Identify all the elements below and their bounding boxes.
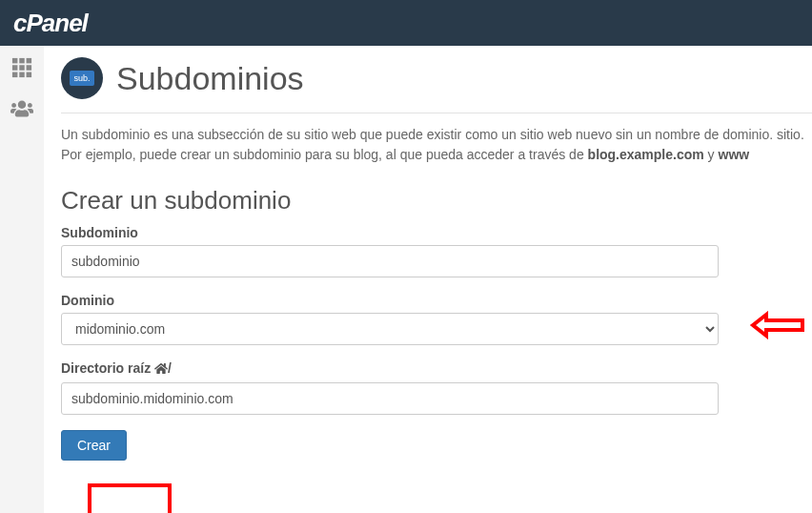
- main-content: sub. Subdominios Un subdominio es una su…: [44, 46, 812, 513]
- svg-rect-3: [12, 65, 17, 71]
- domain-label: Dominio: [61, 293, 812, 308]
- brand-logo: cPanel: [13, 9, 88, 38]
- home-icon: [154, 362, 168, 378]
- description-example-1: blog.example.com: [588, 147, 704, 162]
- description-example-2: www: [719, 147, 750, 162]
- users-icon[interactable]: [10, 99, 33, 122]
- topbar: cPanel: [0, 0, 812, 46]
- annotation-highlight-box: [88, 483, 172, 513]
- page-badge-icon: sub.: [61, 57, 103, 99]
- svg-rect-1: [19, 58, 25, 63]
- divider: [61, 113, 812, 113]
- page-badge-label: sub.: [70, 71, 94, 86]
- create-subdomain-heading: Crear un subdominio: [61, 186, 812, 215]
- page-description: Un subdominio es una subsección de su si…: [61, 125, 812, 165]
- subdomain-input[interactable]: [61, 245, 719, 277]
- create-button[interactable]: Crear: [61, 430, 127, 461]
- page-title: Subdominios: [116, 60, 304, 97]
- svg-rect-8: [27, 72, 32, 78]
- root-directory-input[interactable]: [61, 382, 719, 415]
- svg-rect-6: [12, 72, 17, 78]
- domain-select[interactable]: midominio.com: [61, 313, 719, 345]
- annotation-arrow-icon: [749, 311, 806, 343]
- subdomain-label: Subdominio: [61, 225, 812, 240]
- svg-rect-0: [12, 58, 17, 63]
- svg-rect-4: [19, 65, 25, 71]
- root-directory-label: Directorio raíz /: [61, 360, 812, 378]
- svg-rect-5: [27, 65, 32, 71]
- sidebar: [0, 46, 44, 513]
- apps-grid-icon[interactable]: [11, 57, 32, 82]
- svg-rect-2: [27, 58, 32, 63]
- svg-rect-7: [19, 72, 25, 78]
